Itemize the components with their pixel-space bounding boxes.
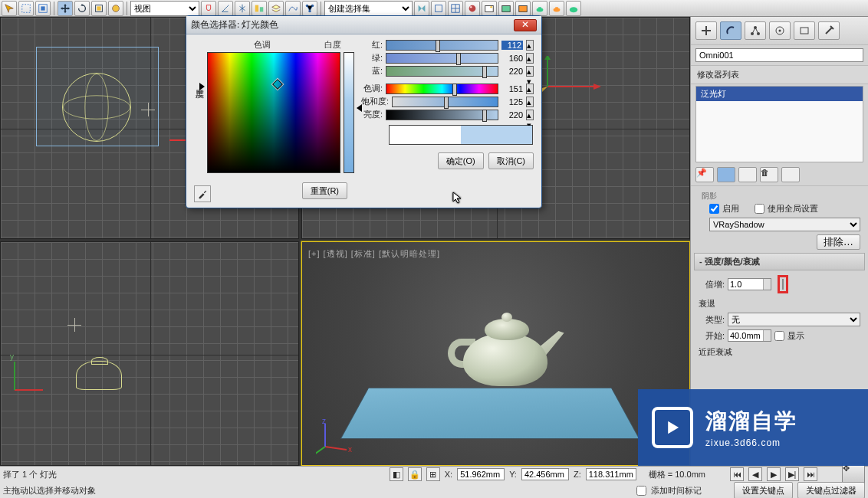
omni-light-wireframe[interactable] [62, 73, 131, 142]
teapot-render-btn[interactable] [532, 1, 547, 16]
teapot-mesh[interactable] [440, 303, 563, 395]
select-object-btn[interactable] [2, 1, 17, 16]
object-name-field[interactable] [695, 48, 863, 62]
green-spinner[interactable]: ▴▾ [526, 53, 534, 64]
whiteness-slider-arrow-icon[interactable] [357, 104, 362, 112]
abs-coords-icon[interactable]: ⊞ [426, 467, 440, 481]
viewport-left[interactable]: y [0, 241, 299, 466]
red-spinner[interactable]: ▴▾ [526, 40, 534, 51]
hierarchy-tab[interactable] [745, 21, 766, 40]
stack-entry-omni[interactable]: 泛光灯 [696, 87, 863, 101]
isolate-selection-icon[interactable]: ◧ [390, 467, 403, 481]
render-frame-btn[interactable] [498, 1, 514, 16]
sat-slider[interactable] [392, 97, 498, 107]
mirror-btn[interactable] [235, 1, 250, 16]
blue-spinner[interactable]: ▴▾ [526, 66, 534, 77]
dialog-close-button[interactable]: ✕ [514, 19, 537, 31]
make-unique-btn[interactable] [738, 167, 757, 182]
decay-start-input[interactable] [728, 331, 763, 340]
curve-editor-btn[interactable] [285, 1, 301, 16]
key-filters-button[interactable]: 关键点过滤器 [797, 482, 865, 498]
y-coord-field[interactable] [521, 468, 569, 480]
z-label: Z: [574, 470, 581, 479]
set-key-button[interactable]: 设置关键点 [734, 482, 793, 498]
decay-start-spinner[interactable] [728, 329, 771, 342]
snap-btn[interactable] [201, 1, 216, 16]
teapot-wireframe[interactable] [76, 361, 122, 390]
rotate-btn[interactable] [74, 1, 90, 16]
decay-type-dropdown[interactable]: 无 [728, 313, 860, 326]
modifier-stack[interactable]: 泛光灯 [695, 86, 863, 162]
mirror2-btn[interactable] [414, 1, 429, 16]
cancel-button[interactable]: 取消(C) [488, 152, 534, 169]
move-btn[interactable] [58, 1, 73, 16]
light-color-swatch[interactable] [782, 279, 784, 290]
next-frame-icon[interactable]: ▶| [785, 467, 799, 481]
snap-angle-btn[interactable] [218, 1, 233, 16]
whiteness-slider[interactable] [344, 52, 354, 173]
hue-slider[interactable] [386, 84, 498, 94]
ground-plane[interactable] [340, 388, 639, 438]
material-btn[interactable] [465, 1, 480, 16]
green-slider[interactable] [386, 53, 498, 64]
pin-stack-btn[interactable]: 📌 [695, 167, 714, 182]
coord-sys-btn[interactable] [108, 1, 123, 16]
color-picker-dialog: 颜色选择器: 灯光颜色 ✕ 色调 白度 黑度 [186, 15, 542, 208]
dialog-titlebar[interactable]: 颜色选择器: 灯光颜色 ✕ [186, 16, 541, 34]
color-field-cursor[interactable] [272, 79, 283, 90]
select-region-btn[interactable] [18, 1, 34, 16]
display-tab[interactable] [794, 21, 815, 40]
multiplier-input[interactable] [728, 280, 763, 289]
scale-btn[interactable] [91, 1, 107, 16]
prev-frame-icon[interactable]: ◀ [748, 467, 762, 481]
blackness-slider-arrow-icon[interactable] [199, 83, 205, 90]
configure-sets-btn[interactable] [781, 167, 800, 182]
hue-spinner[interactable]: ▴▾ [526, 84, 534, 94]
sat-spinner[interactable]: ▴▾ [526, 97, 534, 107]
play-icon[interactable]: ▶ [767, 467, 781, 481]
intensity-rollout-header[interactable]: - 强度/颜色/衰减 [694, 253, 865, 270]
x-coord-field[interactable] [457, 468, 505, 480]
goto-start-icon[interactable]: ⏮ [730, 467, 744, 481]
grid-btn[interactable] [448, 1, 463, 16]
align-btn[interactable] [252, 1, 267, 16]
teapot-orange-btn[interactable] [549, 1, 564, 16]
create-tab[interactable] [695, 21, 717, 40]
lock-selection-icon[interactable]: 🔒 [408, 467, 422, 481]
decay-show-checkbox[interactable] [774, 331, 784, 341]
utilities-tab[interactable] [818, 21, 840, 40]
color-field[interactable] [207, 52, 340, 173]
y-label: Y: [509, 470, 517, 479]
val-slider[interactable] [386, 110, 498, 120]
selection-set-dropdown[interactable]: 创建选择集 [324, 1, 413, 16]
ok-button[interactable]: 确定(O) [438, 152, 484, 169]
view-dropdown[interactable]: 视图 [130, 1, 199, 16]
blue-slider[interactable] [386, 66, 498, 77]
red-slider[interactable] [386, 40, 498, 51]
schematic-btn[interactable] [302, 1, 317, 16]
goto-end-icon[interactable]: ⏭ [804, 467, 817, 481]
show-end-result-btn[interactable] [717, 167, 735, 182]
remove-modifier-btn[interactable]: 🗑 [760, 167, 778, 182]
teapot-big-btn[interactable] [566, 1, 581, 16]
global-settings-checkbox[interactable] [755, 204, 764, 214]
viewport-perspective[interactable]: [+] [透视] [标准] [默认明暗处理] x z [301, 241, 690, 466]
select-all-btn[interactable] [35, 1, 51, 16]
whiteness-axis-label: 白度 [324, 39, 341, 51]
z-coord-field[interactable] [586, 468, 636, 480]
modifier-list-label[interactable]: 修改器列表 [691, 65, 868, 84]
shadow-enable-checkbox[interactable] [709, 204, 719, 214]
exclude-button[interactable]: 排除… [817, 234, 860, 250]
shadow-type-dropdown[interactable]: VRayShadow [709, 218, 860, 231]
motion-tab[interactable] [769, 21, 791, 40]
layers-btn[interactable] [268, 1, 284, 16]
val-spinner[interactable]: ▴▾ [526, 110, 534, 120]
modify-tab[interactable] [720, 21, 741, 40]
render-setup-btn[interactable] [482, 1, 497, 16]
quick-render-btn[interactable] [515, 1, 531, 16]
eyedropper-button[interactable] [194, 185, 211, 202]
add-time-tag-checkbox[interactable] [636, 486, 646, 496]
snap-toggle-btn[interactable] [431, 1, 446, 16]
multiplier-spinner[interactable] [728, 278, 771, 290]
reset-button[interactable]: 重置(R) [302, 182, 347, 199]
